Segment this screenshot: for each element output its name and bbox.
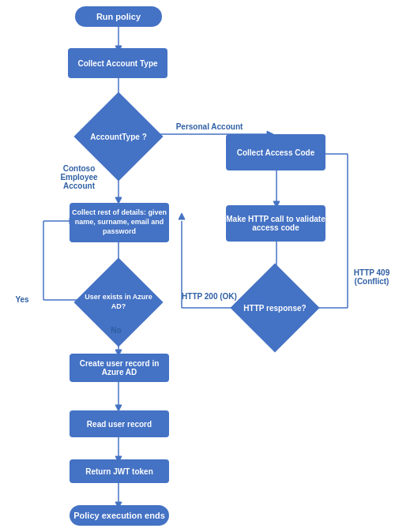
no-label: No [104,326,128,335]
http-409-label: HTTP 409 (Conflict) [350,268,393,286]
user-exists-diamond: User exists in Azure AD? [79,279,158,326]
contoso-employee-label: Contoso Employee Account [47,164,111,190]
http-200-label: HTTP 200 (OK) [182,292,237,301]
collect-access-code-node: Collect Access Code [226,134,325,170]
yes-label: Yes [6,295,38,304]
svg-marker-14 [179,213,185,219]
collect-account-type-node: Collect Account Type [68,48,167,78]
collect-rest-details-node: Collect rest of details: given name, sur… [70,203,169,242]
account-type-diamond: AccountType ? [79,112,158,161]
read-user-node: Read user record [70,410,169,437]
make-http-call-node: Make HTTP call to validate access code [226,205,325,242]
personal-account-label: Personal Account [166,122,253,131]
flow-diagram: Run policy Collect Account Type AccountT… [0,0,395,532]
policy-ends-node: Policy execution ends [70,505,169,526]
return-jwt-node: Return JWT token [70,459,169,483]
create-user-node: Create user record in Azure AD [70,354,169,382]
http-response-diamond: HTTP response? [235,282,314,334]
run-policy-node: Run policy [75,6,162,27]
